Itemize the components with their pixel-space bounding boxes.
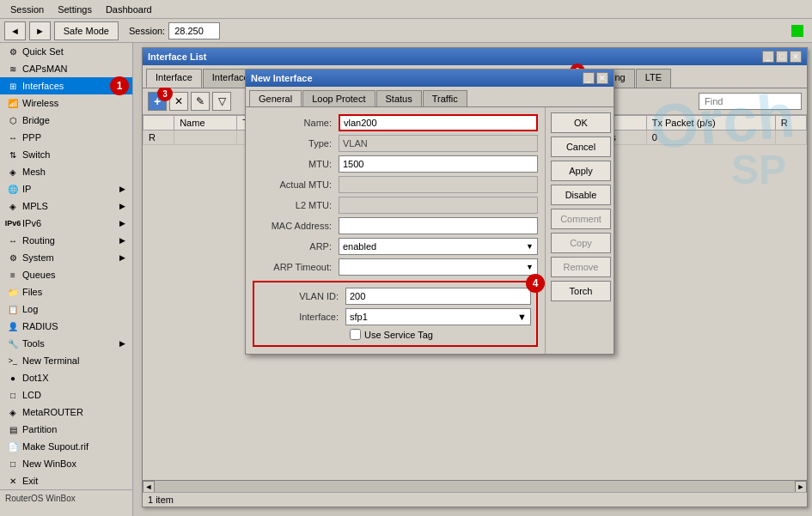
dialog-tab-general[interactable]: General xyxy=(249,90,302,106)
torch-button[interactable]: Torch xyxy=(551,281,611,301)
sidebar-item-exit[interactable]: ✕ Exit xyxy=(0,472,132,489)
sidebar-item-new-terminal[interactable]: >_ New Terminal xyxy=(0,352,132,369)
sidebar-item-label: New Terminal xyxy=(22,355,79,366)
col-name[interactable]: Name xyxy=(174,116,237,131)
sidebar-item-capsman[interactable]: ≋ CAPsMAN xyxy=(0,60,132,77)
name-input[interactable] xyxy=(339,114,538,131)
vlan-id-input[interactable] xyxy=(345,288,531,305)
sidebar-item-switch[interactable]: ⇅ Switch xyxy=(0,146,132,163)
dialog-tab-status[interactable]: Status xyxy=(376,90,422,106)
edit-button[interactable]: ✎ xyxy=(191,92,210,111)
close-button[interactable]: ✕ xyxy=(790,51,802,63)
forward-button[interactable]: ► xyxy=(29,21,51,40)
sidebar-item-lcd[interactable]: □ LCD xyxy=(0,386,132,404)
back-icon: ◄ xyxy=(10,26,20,36)
sidebar-item-make-supout[interactable]: 📄 Make Supout.rif xyxy=(0,438,132,455)
window-controls: _ □ ✕ xyxy=(762,51,802,63)
menu-dashboard[interactable]: Dashboard xyxy=(99,3,159,16)
sidebar-item-routing[interactable]: ↔ Routing ▶ xyxy=(0,232,132,249)
sidebar-item-label: Dot1X xyxy=(22,373,49,383)
type-row: Type: VLAN xyxy=(253,135,538,152)
queues-icon: ≡ xyxy=(7,269,19,281)
sidebar-item-tools[interactable]: 🔧 Tools ▶ xyxy=(0,335,132,352)
sidebar-item-quick-set[interactable]: ⚙ Quick Set xyxy=(0,43,132,60)
interfaces-icon: ⊞ xyxy=(7,80,19,92)
forward-icon: ► xyxy=(35,26,45,36)
files-icon: 📁 xyxy=(7,286,19,298)
remove-button[interactable]: Remove xyxy=(551,257,611,277)
mac-address-input[interactable] xyxy=(339,217,538,234)
log-icon: 📋 xyxy=(7,303,19,315)
sidebar-item-interfaces[interactable]: ⊞ Interfaces 1 xyxy=(0,77,132,94)
ipv6-arrow: ▶ xyxy=(119,219,125,228)
sidebar-item-dot1x[interactable]: ● Dot1X xyxy=(0,369,132,386)
sidebar-item-label: Partition xyxy=(22,424,57,434)
sidebar-item-mesh[interactable]: ◈ Mesh xyxy=(0,163,132,180)
ok-button[interactable]: OK xyxy=(551,112,611,133)
dialog-tab-traffic[interactable]: Traffic xyxy=(423,90,467,106)
apply-button[interactable]: Apply xyxy=(551,161,611,181)
sidebar-item-label: Files xyxy=(22,287,42,297)
minimize-button[interactable]: _ xyxy=(762,51,774,63)
dialog-tab-loop-protect[interactable]: Loop Protect xyxy=(302,90,375,106)
sidebar-item-label: CAPsMAN xyxy=(22,64,68,74)
find-input[interactable] xyxy=(699,93,802,110)
arp-select[interactable]: enabled ▼ xyxy=(339,238,538,255)
scroll-left-button[interactable]: ◄ xyxy=(143,481,155,493)
sidebar-item-metarouter[interactable]: ◈ MetaROUTER xyxy=(0,404,132,421)
dialog-controls: _ ✕ xyxy=(583,72,608,84)
sidebar-item-ppp[interactable]: ↔ PPP xyxy=(0,129,132,146)
tab-lte[interactable]: LTE xyxy=(636,69,671,88)
sidebar-item-label: MetaROUTER xyxy=(22,407,83,417)
badge-3: 3 xyxy=(157,86,173,101)
arp-timeout-label: ARP Timeout: xyxy=(253,262,339,272)
copy-button[interactable]: Copy xyxy=(551,233,611,253)
actual-mtu-row: Actual MTU: xyxy=(253,176,538,193)
sidebar-item-partition[interactable]: ▤ Partition xyxy=(0,421,132,438)
mtu-input[interactable] xyxy=(339,155,538,173)
sidebar-item-new-winbox[interactable]: □ New WinBox xyxy=(0,455,132,472)
ipv6-icon: IPv6 xyxy=(7,217,19,229)
sidebar-item-label: Bridge xyxy=(22,115,50,125)
tab-interface[interactable]: Interface xyxy=(146,69,202,88)
menu-session[interactable]: Session xyxy=(3,3,51,16)
sidebar-item-label: Log xyxy=(22,304,38,314)
sidebar-item-bridge[interactable]: ⬡ Bridge xyxy=(0,112,132,129)
l2-mtu-value xyxy=(339,197,538,214)
sidebar-item-ip[interactable]: 🌐 IP ▶ xyxy=(0,180,132,197)
dialog-form: Name: Type: VLAN MTU: Actual MTU: xyxy=(246,107,545,354)
sidebar-item-label: Tools xyxy=(22,338,45,349)
scroll-right-button[interactable]: ► xyxy=(795,481,807,493)
arp-timeout-select[interactable]: ▼ xyxy=(339,258,538,276)
sidebar-item-ipv6[interactable]: IPv6 IPv6 ▶ xyxy=(0,215,132,232)
col-tx-packet[interactable]: Tx Packet (p/s) xyxy=(646,116,775,131)
sidebar-item-files[interactable]: 📁 Files xyxy=(0,283,132,300)
sidebar-item-radius[interactable]: 👤 RADIUS xyxy=(0,318,132,335)
cancel-button[interactable]: Cancel xyxy=(551,137,611,157)
sidebar-item-wireless[interactable]: 📶 Wireless xyxy=(0,94,132,112)
wireless-icon: 📶 xyxy=(7,97,19,109)
sidebar-item-log[interactable]: 📋 Log xyxy=(0,300,132,318)
add-button[interactable]: + 3 xyxy=(148,92,167,111)
arp-row: ARP: enabled ▼ xyxy=(253,238,538,255)
interface-select[interactable]: sfp1 ▼ xyxy=(345,308,531,325)
sidebar-item-queues[interactable]: ≡ Queues xyxy=(0,266,132,283)
menu-settings[interactable]: Settings xyxy=(51,3,99,16)
safe-mode-button[interactable]: Safe Mode xyxy=(54,21,119,40)
use-service-tag-row: Use Service Tag xyxy=(350,329,531,340)
filter-button[interactable]: ▽ xyxy=(212,92,231,111)
maximize-button[interactable]: □ xyxy=(776,51,788,63)
back-button[interactable]: ◄ xyxy=(4,21,26,40)
sidebar-item-system[interactable]: ⚙ System ▶ xyxy=(0,249,132,266)
ros-brand: RouterOS WinBox xyxy=(0,489,132,507)
disable-button[interactable]: Disable xyxy=(551,185,611,205)
scroll-track[interactable] xyxy=(155,483,795,491)
type-value: VLAN xyxy=(339,135,538,152)
use-service-tag-checkbox[interactable] xyxy=(350,329,361,340)
comment-button[interactable]: Comment xyxy=(551,209,611,229)
col-r[interactable]: R xyxy=(775,116,806,131)
dialog-minimize[interactable]: _ xyxy=(583,72,595,84)
sidebar-item-label: Make Supout.rif xyxy=(22,441,89,452)
sidebar-item-mpls[interactable]: ◈ MPLS ▶ xyxy=(0,197,132,215)
dialog-close[interactable]: ✕ xyxy=(596,72,608,84)
